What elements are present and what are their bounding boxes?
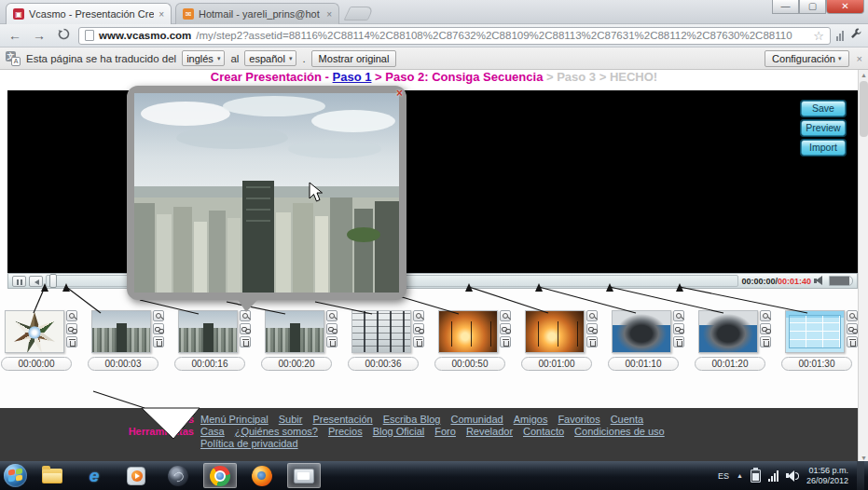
skip-start-button[interactable] (29, 276, 43, 287)
reload-icon[interactable] (54, 28, 73, 43)
save-button[interactable]: Save (801, 101, 846, 116)
zoom-icon[interactable] (326, 310, 338, 321)
footer-link-cuenta[interactable]: Cuenta (611, 414, 643, 425)
tab-close-icon[interactable]: × (326, 9, 332, 20)
footer-link-condiciones[interactable]: Condiciones de uso (574, 426, 665, 437)
sequence-item[interactable]: 00:00:00 (5, 310, 87, 372)
delete-icon[interactable] (240, 336, 251, 347)
thumbnail-image[interactable] (178, 310, 238, 353)
seek-handle[interactable] (49, 274, 57, 288)
settings-button[interactable]: Configuración ▾ (765, 50, 848, 67)
sequence-item[interactable]: 00:00:20 (265, 310, 347, 372)
back-icon[interactable]: ← (6, 28, 24, 43)
translate-close-icon[interactable]: × (857, 53, 862, 64)
zoom-icon[interactable] (413, 310, 424, 321)
preview-button[interactable]: Preview (801, 120, 846, 136)
footer-link-blog-oficial[interactable]: Blog Oficial (373, 426, 425, 437)
delete-icon[interactable] (586, 336, 598, 347)
link-icon[interactable] (326, 323, 338, 334)
zoom-icon[interactable] (586, 310, 598, 321)
language-indicator[interactable]: ES (718, 471, 729, 481)
taskbar-clock[interactable]: 01:56 p.m. 26/09/2012 (806, 466, 848, 486)
firefox-taskbar-button[interactable] (245, 463, 279, 488)
page-scrollbar[interactable]: ▲ ▼ (858, 70, 868, 463)
thumbnail-image[interactable] (91, 310, 151, 353)
footer-link-precios[interactable]: Precios (328, 426, 363, 437)
footer-link-escriba-blog[interactable]: Escriba Blog (383, 414, 441, 425)
new-tab-button[interactable] (344, 7, 375, 20)
sequence-item[interactable]: 00:00:16 (178, 310, 260, 372)
to-language-select[interactable]: español ▾ (244, 50, 296, 66)
ie-taskbar-button[interactable]: e (77, 463, 111, 488)
scrollbar-thumb[interactable] (860, 81, 868, 137)
battery-icon[interactable] (751, 470, 761, 483)
wmp-taskbar-button[interactable] (119, 463, 153, 488)
show-original-button[interactable]: Mostrar original (311, 50, 397, 67)
footer-link-amigos[interactable]: Amigos (514, 414, 548, 425)
import-button[interactable]: Import (801, 140, 846, 156)
delete-icon[interactable] (847, 336, 858, 347)
zoom-icon[interactable] (153, 310, 164, 321)
delete-icon[interactable] (673, 336, 684, 347)
scroll-down-icon[interactable]: ▼ (861, 455, 867, 461)
darkapp-taskbar-button[interactable] (161, 463, 195, 488)
bookmark-star-icon[interactable]: ☆ (813, 29, 824, 43)
volume-tray-icon[interactable] (786, 470, 799, 482)
delete-icon[interactable] (413, 336, 424, 347)
sequence-item[interactable]: 00:01:20 (698, 310, 780, 372)
link-icon[interactable] (673, 323, 684, 334)
footer-link-comunidad[interactable]: Comunidad (450, 414, 503, 425)
address-bar[interactable]: www.vcasmo.com /my/step2?assetid=88116%2… (78, 27, 831, 45)
link-icon[interactable] (413, 323, 424, 334)
sequence-item[interactable]: 00:00:03 (91, 310, 173, 372)
thumbnail-image[interactable] (698, 310, 758, 353)
link-icon[interactable] (153, 323, 164, 334)
sequence-item[interactable]: 00:00:36 (351, 310, 434, 372)
link-icon[interactable] (240, 323, 251, 334)
from-language-select[interactable]: inglés ▾ (182, 50, 225, 66)
footer-link-presentacion[interactable]: Presentación (312, 414, 372, 425)
footer-link-subir[interactable]: Subir (279, 414, 303, 425)
link-icon[interactable] (760, 323, 771, 334)
footer-link-quienes-somos[interactable]: ¿Quiénes somos? (235, 426, 318, 437)
scroll-up-icon[interactable]: ▲ (861, 72, 867, 78)
start-button[interactable] (4, 464, 27, 487)
tab-hotmail[interactable]: ✉ Hotmail - yareli_prins@hot × (175, 3, 339, 24)
chrome-taskbar-button[interactable] (203, 463, 237, 488)
speaker-icon[interactable] (814, 276, 826, 286)
footer-link-contacto[interactable]: Contacto (523, 426, 564, 437)
delete-icon[interactable] (326, 336, 338, 347)
delete-icon[interactable] (66, 336, 77, 347)
recorder-taskbar-button[interactable] (287, 463, 321, 488)
sequence-item[interactable]: 00:01:30 (785, 310, 867, 372)
tab-vcasmo[interactable]: ▣ Vcasmo - Presentación Cre × (6, 3, 172, 24)
zoom-icon[interactable] (760, 310, 771, 321)
footer-link-menu-principal[interactable]: Menú Principal (200, 414, 269, 425)
footer-link-favoritos[interactable]: Favoritos (558, 414, 599, 425)
pause-button[interactable] (12, 276, 26, 287)
sequence-item[interactable]: 00:01:10 (612, 310, 694, 372)
sequence-item[interactable]: 00:01:00 (525, 310, 607, 372)
zoom-icon[interactable] (847, 310, 858, 321)
zoom-icon[interactable] (66, 310, 77, 321)
zoom-icon[interactable] (673, 310, 684, 321)
thumbnail-image[interactable] (785, 310, 845, 353)
footer-link-casa[interactable]: Casa (200, 426, 225, 437)
footer-link-revelador[interactable]: Revelador (466, 426, 513, 437)
sequence-item[interactable]: 00:00:50 (438, 310, 520, 372)
link-icon[interactable] (500, 323, 511, 334)
close-button[interactable]: ✕ (826, 0, 864, 14)
minimize-button[interactable]: — (772, 0, 799, 14)
show-desktop-button[interactable] (857, 461, 864, 490)
explorer-taskbar-button[interactable] (35, 463, 69, 488)
thumbnail-image[interactable] (525, 310, 585, 353)
network-signal-icon[interactable] (768, 470, 778, 482)
link-icon[interactable] (66, 323, 77, 334)
zoom-icon[interactable] (500, 310, 511, 321)
thumbnail-image[interactable] (438, 310, 498, 353)
footer-link-privacidad[interactable]: Política de privacidad (200, 438, 298, 449)
preview-popup[interactable]: × (127, 86, 406, 300)
paso1-link[interactable]: Paso 1 (333, 70, 372, 84)
stats-icon[interactable] (836, 31, 844, 41)
thumbnail-image[interactable] (612, 310, 671, 353)
